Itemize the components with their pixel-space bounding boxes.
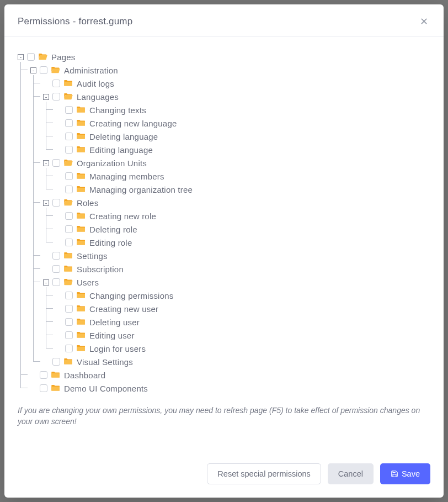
tree-checkbox[interactable] <box>65 345 73 352</box>
tree-row: Creating new user <box>56 302 430 315</box>
permissions-hint: If you are changing your own permissions… <box>18 405 430 427</box>
tree-node-roles: -RolesCreating new roleDeleting roleEdit… <box>43 196 430 249</box>
folder-icon <box>76 344 86 353</box>
folder-icon <box>76 212 86 221</box>
tree-checkbox[interactable] <box>65 331 73 339</box>
tree-toggle-icon[interactable]: - <box>43 200 49 206</box>
tree-node-dashboard: Dashboard <box>30 368 430 382</box>
tree-checkbox[interactable] <box>52 278 60 286</box>
folder-open-icon <box>38 52 48 62</box>
tree-label[interactable]: Editing role <box>89 238 132 247</box>
tree-row: -Pages <box>18 50 430 64</box>
tree-label[interactable]: Organization Units <box>77 158 147 168</box>
tree-checkbox[interactable] <box>40 384 47 392</box>
tree-checkbox[interactable] <box>52 199 60 207</box>
tree-checkbox[interactable] <box>65 133 73 140</box>
tree-node-login-for-users: Login for users <box>56 342 430 355</box>
tree-checkbox[interactable] <box>65 318 73 326</box>
tree-node-creating-new-user: Creating new user <box>56 302 430 315</box>
tree-row: Changing texts <box>56 103 430 117</box>
tree-node-creating-new-role: Creating new role <box>56 209 430 223</box>
tree-checkbox[interactable] <box>65 305 73 313</box>
tree-row: Editing language <box>56 143 430 156</box>
tree-checkbox[interactable] <box>65 292 73 299</box>
tree-label[interactable]: Changing permissions <box>89 291 173 300</box>
tree-checkbox[interactable] <box>65 146 73 154</box>
tree-label[interactable]: Editing language <box>89 145 153 155</box>
save-button-label: Save <box>402 469 420 478</box>
folder-icon <box>76 331 86 340</box>
tree-label[interactable]: Roles <box>77 198 98 208</box>
tree-label[interactable]: Subscription <box>77 265 124 274</box>
tree-label[interactable]: Dashboard <box>64 371 105 380</box>
tree-row: -Languages <box>43 90 430 103</box>
tree-node-users: -UsersChanging permissionsCreating new u… <box>43 276 430 355</box>
tree-label[interactable]: Visual Settings <box>77 357 133 367</box>
tree-row: Deleting role <box>56 223 430 236</box>
tree-label[interactable]: Audit logs <box>77 79 114 88</box>
dialog-header: Permissions - forrest.gump ✕ <box>4 4 444 37</box>
tree-label[interactable]: Demo UI Components <box>64 384 148 393</box>
tree-toggle-icon[interactable]: - <box>43 160 49 166</box>
tree-label[interactable]: Users <box>77 278 99 287</box>
tree-checkbox[interactable] <box>40 371 47 379</box>
tree-label[interactable]: Changing texts <box>89 105 146 115</box>
reset-permissions-button[interactable]: Reset special permissions <box>207 463 321 484</box>
tree-toggle-icon[interactable]: - <box>30 67 36 73</box>
tree-checkbox[interactable] <box>52 80 60 87</box>
folder-icon <box>63 79 73 88</box>
tree-checkbox[interactable] <box>52 358 60 366</box>
tree-label[interactable]: Creating new role <box>89 212 156 221</box>
tree-label[interactable]: Administration <box>64 66 118 75</box>
tree-node-changing-texts: Changing texts <box>56 103 430 117</box>
tree-row: Visual Settings <box>43 355 430 368</box>
tree-row: Settings <box>43 249 430 262</box>
tree-label[interactable]: Editing user <box>89 331 135 340</box>
tree-row: -Roles <box>43 196 430 209</box>
folder-icon <box>76 132 86 141</box>
tree-label[interactable]: Deleting user <box>89 318 140 327</box>
tree-checkbox[interactable] <box>52 93 60 101</box>
tree-label[interactable]: Creating new user <box>89 304 158 314</box>
tree-checkbox[interactable] <box>65 239 73 246</box>
tree-checkbox[interactable] <box>65 212 73 220</box>
folder-icon <box>76 185 86 194</box>
tree-checkbox[interactable] <box>52 265 60 273</box>
tree-checkbox[interactable] <box>65 106 73 114</box>
tree-checkbox[interactable] <box>52 252 60 260</box>
save-button[interactable]: Save <box>380 463 430 484</box>
tree-label[interactable]: Creating new language <box>89 119 177 128</box>
folder-icon <box>76 304 86 314</box>
tree-toggle-icon[interactable]: - <box>43 94 49 100</box>
tree-node-demo-ui-components: Demo UI Components <box>30 382 430 395</box>
tree-label[interactable]: Managing members <box>89 172 164 181</box>
tree-checkbox[interactable] <box>27 53 35 61</box>
tree-checkbox[interactable] <box>65 119 73 127</box>
tree-label[interactable]: Deleting role <box>89 225 137 234</box>
tree-node-settings: Settings <box>43 249 430 262</box>
tree-row: -Organization Units <box>43 156 430 170</box>
tree-node-editing-role: Editing role <box>56 236 430 249</box>
tree-toggle-icon[interactable]: - <box>43 279 49 286</box>
tree-label[interactable]: Pages <box>51 52 76 62</box>
tree-label[interactable]: Deleting language <box>89 132 158 141</box>
tree-row: Deleting language <box>56 130 430 143</box>
tree-label[interactable]: Languages <box>77 92 119 102</box>
tree-row: Managing members <box>56 170 430 183</box>
close-icon[interactable]: ✕ <box>418 14 430 29</box>
tree-label[interactable]: Managing organization tree <box>89 185 193 194</box>
tree-node-deleting-language: Deleting language <box>56 130 430 143</box>
tree-checkbox[interactable] <box>65 225 73 233</box>
tree-checkbox[interactable] <box>65 172 73 180</box>
tree-checkbox[interactable] <box>65 186 73 193</box>
tree-label[interactable]: Login for users <box>89 344 146 353</box>
tree-checkbox[interactable] <box>40 66 47 74</box>
tree-label[interactable]: Settings <box>77 251 108 261</box>
folder-icon <box>76 238 86 247</box>
tree-toggle-icon[interactable]: - <box>18 54 24 60</box>
cancel-button[interactable]: Cancel <box>328 463 374 484</box>
folder-open-icon <box>63 158 73 168</box>
tree-checkbox[interactable] <box>52 159 60 167</box>
tree-children: Audit logs-LanguagesChanging textsCreati… <box>33 77 430 368</box>
tree-node-editing-user: Editing user <box>56 329 430 342</box>
